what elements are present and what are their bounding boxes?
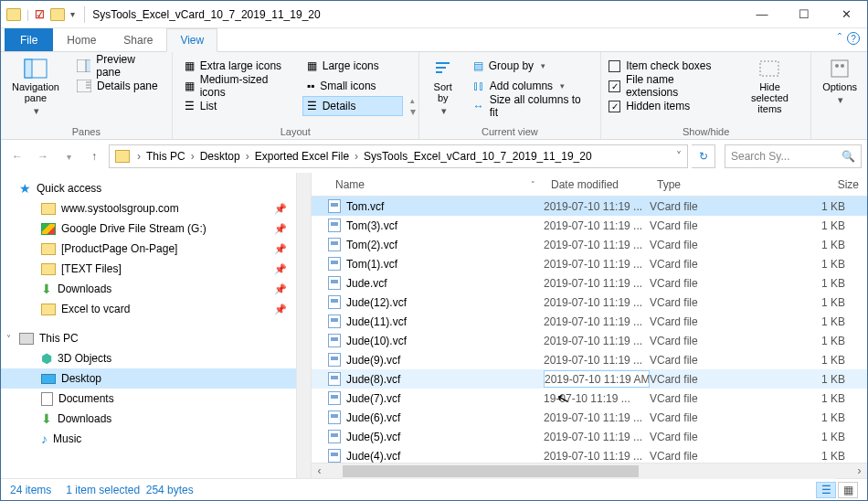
- chevron-right-icon[interactable]: ›: [133, 150, 144, 163]
- back-button[interactable]: ←: [6, 145, 28, 167]
- file-row[interactable]: Jude(9).vcf2019-07-10 11:19 ...VCard fil…: [312, 350, 867, 369]
- col-date[interactable]: Date modified: [544, 173, 650, 196]
- search-box[interactable]: Search Sy... 🔍: [725, 144, 862, 168]
- forward-button[interactable]: →: [32, 145, 54, 167]
- minimize-button[interactable]: —: [741, 1, 783, 28]
- tab-file[interactable]: File: [5, 28, 53, 51]
- layout-large[interactable]: ▦Large icons: [302, 56, 403, 76]
- layout-medium[interactable]: ▦Medium-sized icons: [180, 76, 299, 96]
- layout-details[interactable]: ☰Details: [302, 96, 403, 116]
- tab-home[interactable]: Home: [53, 28, 110, 51]
- nav-pinned-item[interactable]: Google Drive File Stream (G:)📌: [1, 219, 311, 239]
- nav-pinned-item[interactable]: www.systoolsgroup.com📌: [1, 198, 311, 219]
- file-size: 1 KB: [757, 335, 867, 347]
- chevron-right-icon[interactable]: ›: [242, 150, 253, 163]
- address-bar-row: ← → ▾ ↑ › This PC › Desktop › Exported E…: [1, 140, 867, 173]
- hide-selected-button[interactable]: Hide selected items: [736, 56, 803, 116]
- svg-point-14: [841, 64, 844, 68]
- ribbon-help[interactable]: ˆ?: [838, 32, 860, 45]
- help-icon[interactable]: ?: [847, 32, 860, 45]
- col-type[interactable]: Type: [650, 173, 757, 196]
- nav-this-pc[interactable]: ˅This PC: [1, 328, 311, 348]
- col-name[interactable]: Name˅: [328, 173, 544, 196]
- maximize-button[interactable]: ☐: [783, 1, 825, 28]
- file-row[interactable]: Jude.vcf2019-07-10 11:19 ...VCard file1 …: [312, 273, 867, 293]
- address-bar[interactable]: › This PC › Desktop › Exported Excel Fil…: [109, 144, 688, 168]
- nav-pinned-item[interactable]: [TEXT Files]📌: [1, 259, 311, 279]
- layout-small[interactable]: ▪▪Small icons: [302, 76, 403, 96]
- scroll-right-icon[interactable]: ›: [852, 464, 867, 479]
- file-row[interactable]: Jude(8).vcf2019-07-10 11:19 AMVCard file…: [312, 369, 867, 389]
- qat-properties-icon[interactable]: ☑: [35, 8, 45, 21]
- file-row[interactable]: Jude(7).vcf19-07-10 11:19 ...VCard file1…: [312, 389, 867, 408]
- scroll-thumb[interactable]: [343, 465, 639, 477]
- nav-quick-access[interactable]: ★Quick access: [1, 178, 311, 198]
- file-size: 1 KB: [757, 315, 867, 328]
- nav-pc-item[interactable]: Documents: [1, 389, 311, 409]
- qat-separator: |: [26, 8, 29, 21]
- hidden-items-toggle[interactable]: ✓Hidden items: [609, 96, 727, 116]
- ribbon-group-options: Options ▾: [811, 52, 867, 139]
- chevron-up-icon[interactable]: ˆ: [838, 32, 842, 45]
- file-row[interactable]: Tom(2).vcf2019-07-10 11:19 ...VCard file…: [312, 235, 867, 254]
- ribbon-group-current-view: Sort by ▾ ▤Group by▾ ⫿⫿Add columns▾ ↔Siz…: [419, 52, 601, 139]
- file-extensions-toggle[interactable]: ✓File name extensions: [609, 76, 727, 96]
- column-headers: Name˅ Date modified Type Size: [312, 173, 867, 197]
- close-button[interactable]: ✕: [825, 1, 867, 28]
- view-thumbnails-button[interactable]: ▦: [838, 482, 858, 498]
- scroll-left-icon[interactable]: ‹: [312, 464, 327, 479]
- layout-list[interactable]: ☰List: [180, 96, 299, 116]
- details-pane-button[interactable]: Details pane: [72, 76, 164, 96]
- tab-share[interactable]: Share: [110, 28, 166, 51]
- file-row[interactable]: Jude(11).vcf2019-07-10 11:19 ...VCard fi…: [312, 312, 867, 331]
- group-by-button[interactable]: ▤Group by▾: [469, 56, 593, 76]
- file-row[interactable]: Tom(1).vcf2019-07-10 11:19 ...VCard file…: [312, 254, 867, 273]
- sort-by-button[interactable]: Sort by ▾: [427, 56, 460, 119]
- file-row[interactable]: Jude(6).vcf2019-07-10 11:19 ...VCard fil…: [312, 408, 867, 427]
- file-size: 1 KB: [757, 277, 867, 290]
- chevron-down-icon: ▾: [34, 105, 39, 117]
- nav-scrollbar[interactable]: [296, 173, 311, 478]
- crumb-current[interactable]: SysTools_Excel_vCard_10_7_2019_11_19_20: [362, 150, 594, 163]
- file-row[interactable]: Jude(12).vcf2019-07-10 11:19 ...VCard fi…: [312, 293, 867, 312]
- crumb-thispc[interactable]: This PC: [144, 150, 187, 163]
- file-row[interactable]: Tom.vcf2019-07-10 11:19 ...VCard file1 K…: [312, 197, 867, 216]
- qat-newfolder-icon[interactable]: [50, 8, 65, 21]
- address-dropdown[interactable]: ˅: [672, 150, 685, 163]
- nav-pinned-item[interactable]: [ProductPage On-Page]📌: [1, 239, 311, 259]
- preview-pane-button[interactable]: Preview pane: [72, 56, 164, 76]
- nav-pinned-item[interactable]: Excel to vcard📌: [1, 299, 311, 319]
- file-type: VCard file: [650, 373, 757, 386]
- recent-locations-button[interactable]: ▾: [58, 145, 79, 167]
- nav-pc-item[interactable]: ⬇Downloads: [1, 409, 311, 429]
- navigation-pane-button[interactable]: Navigation pane ▾: [8, 56, 63, 119]
- chevron-right-icon[interactable]: ›: [187, 150, 198, 163]
- file-row[interactable]: Jude(4).vcf2019-07-10 11:19 ...VCard fil…: [312, 446, 867, 463]
- options-button[interactable]: Options ▾: [819, 56, 861, 108]
- nav-pc-item[interactable]: ♪Music: [1, 429, 311, 449]
- nav-pinned-item[interactable]: ⬇Downloads📌: [1, 279, 311, 299]
- file-row[interactable]: Jude(5).vcf2019-07-10 11:19 ...VCard fil…: [312, 427, 867, 446]
- file-row[interactable]: Jude(10).vcf2019-07-10 11:19 ...VCard fi…: [312, 331, 867, 350]
- view-details-button[interactable]: ☰: [816, 482, 836, 498]
- horizontal-scrollbar[interactable]: ‹ ›: [312, 463, 867, 478]
- crumb-desktop[interactable]: Desktop: [198, 150, 242, 163]
- chevron-right-icon[interactable]: ›: [351, 150, 362, 163]
- refresh-button[interactable]: ↻: [692, 144, 715, 168]
- up-button[interactable]: ↑: [83, 145, 105, 167]
- nav-pc-item[interactable]: Desktop: [1, 368, 311, 389]
- tab-view[interactable]: View: [166, 28, 217, 52]
- crumb-exported[interactable]: Exported Excel File: [253, 150, 351, 163]
- vcard-file-icon: [328, 238, 341, 251]
- folder-icon: [41, 304, 56, 315]
- size-columns-button[interactable]: ↔Size all columns to fit: [469, 96, 593, 116]
- nav-pc-item[interactable]: ⬢3D Objects: [1, 348, 311, 368]
- file-date: 2019-07-10 11:19 ...: [544, 335, 650, 347]
- nav-item-label: [TEXT Files]: [61, 262, 122, 275]
- file-size: 1 KB: [757, 219, 867, 232]
- vcard-file-icon: [328, 257, 341, 271]
- col-size[interactable]: Size: [757, 173, 867, 196]
- file-row[interactable]: Tom(3).vcf2019-07-10 11:19 ...VCard file…: [312, 216, 867, 235]
- navigation-pane[interactable]: ★Quick access www.systoolsgroup.com📌Goog…: [1, 173, 312, 478]
- qat-dropdown-icon[interactable]: ▾: [70, 9, 75, 19]
